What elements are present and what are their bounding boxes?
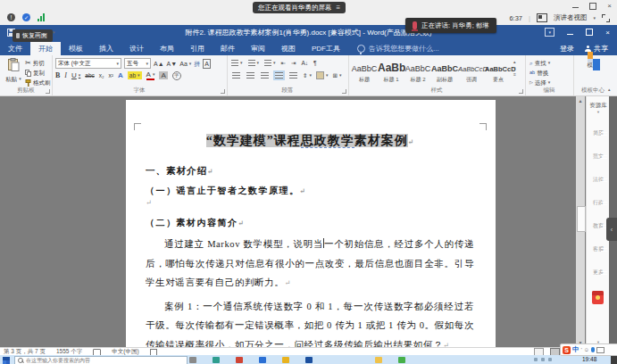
style-subtitle[interactable]: AaBbC副标题 [431, 59, 458, 84]
panel-item-samples[interactable]: 范文 [587, 152, 610, 161]
styles-scroll-up-icon[interactable]: ▴ [513, 59, 516, 64]
styles-more-icon[interactable]: ≡ [513, 71, 516, 77]
shading-button[interactable]: ▾ [316, 71, 329, 79]
tab-file[interactable]: 文件 [0, 42, 30, 55]
paragraph-dialog-launcher[interactable] [342, 89, 346, 94]
show-marks-button[interactable]: ¶ [313, 59, 317, 67]
shrink-font-button[interactable]: A▼ [167, 60, 178, 68]
ime-punctuation-icon[interactable]: ’ [581, 347, 582, 352]
fullscreen-icon[interactable] [602, 14, 610, 22]
chevron-down-icon[interactable]: ▾ [593, 15, 596, 21]
decrease-indent-button[interactable]: ⇤ [281, 59, 286, 67]
character-shading-button[interactable]: A [159, 71, 167, 79]
strikethrough-button[interactable]: abc [85, 71, 94, 79]
tell-me-box[interactable]: 告诉我您想要做什么... [348, 42, 439, 55]
select-button[interactable]: ▷选择▾ [529, 79, 550, 87]
taskbar-search[interactable] [14, 356, 188, 364]
tab-review[interactable]: 审阅 [243, 42, 273, 55]
doc-title[interactable]: “数学建模”课程思政教学素材案例↵ [146, 132, 474, 152]
copy-button[interactable]: 复制 [25, 69, 51, 77]
style-heading1[interactable]: AaBb标题 1 [378, 59, 404, 84]
taskbar-app-icon[interactable] [259, 357, 266, 363]
line-spacing-button[interactable]: ⇕▾ [303, 71, 312, 79]
style-heading2[interactable]: AaBbC标题 2 [404, 59, 431, 84]
multilevel-list-button[interactable]: ▾ [264, 59, 276, 67]
increase-indent-button[interactable]: ⇥ [291, 59, 296, 67]
ime-emoji-icon[interactable]: ☺ [584, 347, 589, 352]
info-icon[interactable]: ! [7, 13, 15, 21]
tab-references[interactable]: 引用 [182, 42, 213, 55]
scrollbar-thumb[interactable] [577, 206, 586, 232]
taskbar-app-icon[interactable] [189, 357, 196, 363]
red-envelope-icon[interactable] [592, 291, 604, 304]
doc-empty-line[interactable]: ↵ [146, 199, 474, 215]
taskbar-app-icon[interactable] [398, 357, 405, 363]
doc-heading[interactable]: 一、素材介绍↵ [146, 163, 474, 179]
tab-pdf-tools[interactable]: PDF工具 [304, 42, 348, 55]
cut-button[interactable]: ✂剪切 [25, 59, 51, 67]
tab-design[interactable]: 设计 [121, 42, 152, 55]
shield-icon[interactable]: ✓ [22, 13, 30, 21]
tray-icon[interactable] [548, 358, 552, 361]
document-page[interactable]: “数学建模”课程思政教学素材案例↵ 一、素材介绍↵ （一）谣言止于智者之数学原理… [126, 100, 496, 347]
scroll-up-icon[interactable]: ▲ [579, 98, 583, 103]
restore-icon[interactable] [589, 3, 596, 10]
doc-paragraph-1[interactable]: 通过建立 Markov 数学模型，说明当一个初始信息，经过多个人的传递后，哪怕每… [146, 235, 474, 294]
show-desktop-button[interactable] [611, 355, 617, 364]
style-keypoints[interactable]: AaBbCcD要点 [485, 59, 512, 84]
enclose-characters-button[interactable]: 字 [172, 71, 181, 80]
taskbar-app-icon[interactable] [236, 357, 243, 363]
menu-icon[interactable]: ≡ [337, 4, 341, 12]
tray-icon[interactable] [541, 358, 545, 361]
tab-mailings[interactable]: 邮件 [213, 42, 243, 55]
restore-tooltip[interactable]: 恢复画面 [13, 29, 53, 42]
panel-collapse-handle[interactable]: ‹ [606, 218, 617, 241]
superscript-button[interactable]: x² [109, 71, 113, 79]
subscript-button[interactable]: x₂ [99, 71, 104, 79]
styles-scroll-down-icon[interactable]: ▾ [513, 65, 516, 70]
taskbar-app-icon[interactable] [305, 357, 313, 363]
ime-language-toggle[interactable]: 中 [572, 345, 579, 354]
word-minimize-icon[interactable] [567, 34, 573, 35]
paste-button[interactable]: 粘贴▾ [4, 58, 23, 83]
vertical-scrollbar[interactable]: ▲ ▼ [576, 96, 585, 347]
bold-button[interactable]: B [55, 71, 60, 79]
phonetic-guide-button[interactable]: 拼 [194, 60, 200, 68]
tab-layout[interactable]: 布局 [152, 42, 182, 55]
sign-in-button[interactable]: 登录 [560, 44, 574, 54]
tray-icon[interactable] [534, 358, 538, 361]
ime-keyboard-icon[interactable] [596, 347, 604, 353]
panel-item-admin[interactable]: 行政 [587, 198, 610, 207]
font-color-button[interactable]: A▾ [146, 70, 155, 80]
taskbar-app-icon[interactable] [375, 357, 382, 363]
style-title[interactable]: AaBbC标题 [351, 59, 378, 84]
doc-item-2[interactable]: （二）素材内容简介↵ [146, 215, 474, 231]
numbering-button[interactable]: ▾ [248, 59, 260, 67]
replace-button[interactable]: ab替换 [529, 69, 550, 77]
style-emphasis[interactable]: AaBbCcD强调 [458, 59, 485, 84]
align-right-button[interactable] [261, 72, 269, 79]
distribute-button[interactable] [289, 72, 297, 79]
doc-item-1[interactable]: （一）谣言止于智者之数学原理。↵ [146, 183, 474, 199]
bullets-button[interactable]: ▾ [231, 59, 243, 67]
ime-mic-icon[interactable] [591, 347, 595, 352]
font-name-select[interactable]: 宋体 (中文正▾ [55, 58, 121, 69]
search-input[interactable] [26, 358, 169, 363]
template-button[interactable]: 模板 [573, 59, 613, 69]
ribbon-options-icon[interactable]: ▾ [545, 28, 554, 37]
taskbar-app-icon[interactable] [213, 357, 220, 363]
taskbar-app-icon[interactable] [282, 357, 289, 363]
font-size-select[interactable]: 五号▾ [124, 58, 151, 69]
tab-template[interactable]: 模板 [61, 42, 91, 55]
change-case-button[interactable]: Aa▾ [179, 60, 191, 68]
align-center-button[interactable] [246, 72, 254, 79]
resource-panel-title[interactable]: 资源库 [587, 102, 610, 110]
panel-item-law[interactable]: 法律 [587, 175, 610, 184]
character-border-button[interactable]: A [203, 59, 211, 69]
highlight-button[interactable]: ab▾ [128, 71, 142, 79]
panel-item-service[interactable]: 客服 [587, 244, 610, 253]
find-button[interactable]: ⌕查找▾ [529, 59, 550, 67]
start-button[interactable] [3, 357, 10, 364]
grow-font-button[interactable]: A▲ [154, 60, 164, 68]
word-close-icon[interactable]: × [605, 29, 610, 37]
